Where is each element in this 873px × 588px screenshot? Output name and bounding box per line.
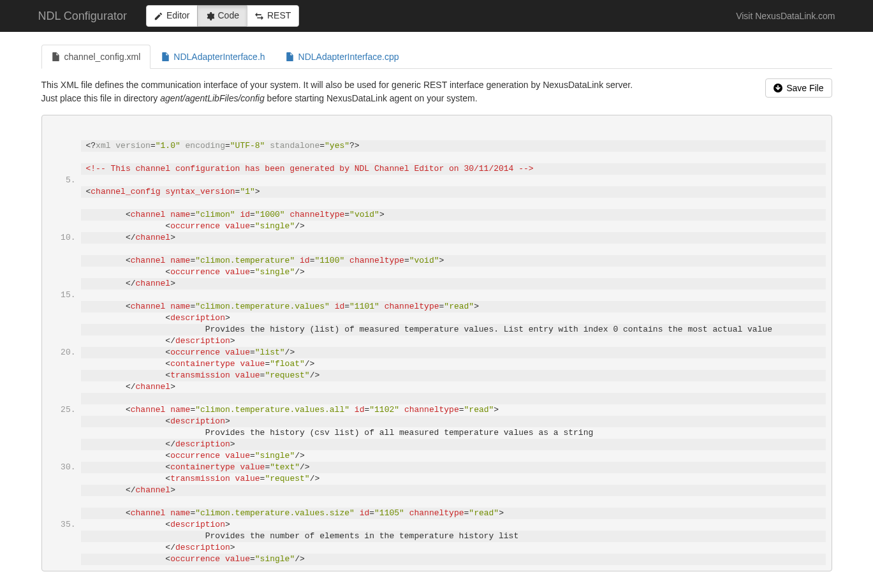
tab-adapter-h[interactable]: NDLAdapterInterface.h (150, 45, 275, 69)
info-bar: This XML file defines the communication … (41, 69, 832, 115)
file-tabs: channel_config.xml NDLAdapterInterface.h… (41, 45, 832, 69)
editor-label: Editor (166, 10, 190, 22)
tab-label: channel_config.xml (64, 52, 141, 62)
file-icon (286, 52, 295, 61)
save-label: Save File (786, 83, 823, 93)
code-lines[interactable]: <?xml version="1.0" encoding="UTF-8" sta… (81, 121, 826, 565)
code-label: Code (217, 10, 238, 22)
info-text: This XML file defines the communication … (41, 78, 633, 105)
editor-button[interactable]: Editor (146, 5, 198, 27)
info-line1: This XML file defines the communication … (41, 80, 633, 90)
download-icon (774, 84, 782, 92)
brand: NDL Configurator (38, 10, 127, 23)
tab-adapter-cpp[interactable]: NDLAdapterInterface.cpp (275, 45, 409, 69)
pencil-icon (154, 11, 163, 20)
info-line2b: before starting NexusDataLink agent on y… (265, 93, 478, 103)
view-toggle: Editor Code REST (146, 5, 299, 27)
code-viewer: 5.10.15.20.25.30.35. <?xml version="1.0"… (41, 115, 832, 571)
code-button[interactable]: Code (197, 5, 247, 27)
file-icon (161, 52, 170, 61)
tab-label: NDLAdapterInterface.cpp (298, 52, 399, 62)
info-line2a: Just place this file in directory (41, 93, 161, 103)
save-file-button[interactable]: Save File (765, 78, 832, 98)
transfer-icon (255, 11, 264, 20)
visit-link[interactable]: Visit NexusDataLink.com (736, 11, 835, 21)
navbar: NDL Configurator Editor Code REST Visit … (0, 0, 873, 32)
tab-channel-config[interactable]: channel_config.xml (41, 45, 151, 69)
rest-button[interactable]: REST (247, 5, 299, 27)
info-path: agent/agentLibFiles/config (160, 93, 264, 103)
code-gutter: 5.10.15.20.25.30.35. (48, 121, 81, 565)
file-icon (52, 52, 61, 61)
rest-label: REST (267, 10, 291, 22)
gear-icon (205, 11, 214, 20)
tab-label: NDLAdapterInterface.h (173, 52, 265, 62)
